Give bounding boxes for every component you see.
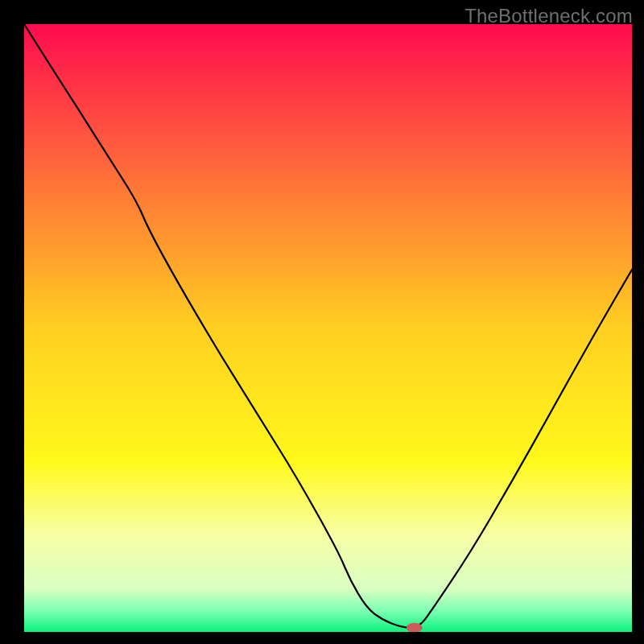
gradient-background (24, 24, 632, 632)
watermark-text: TheBottleneck.com (464, 5, 633, 27)
chart-container: TheBottleneck.com (0, 0, 644, 644)
plot-area (24, 24, 632, 632)
bottleneck-chart (24, 24, 632, 632)
